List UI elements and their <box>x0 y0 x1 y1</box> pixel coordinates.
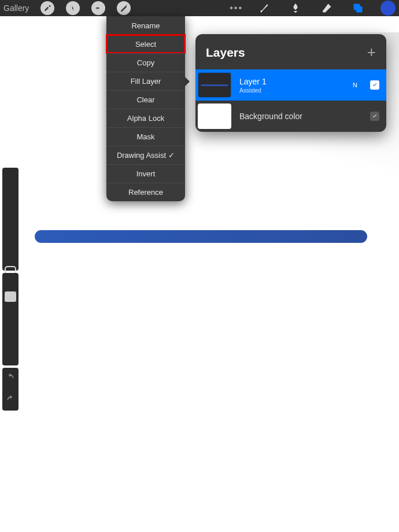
adjustments-icon[interactable] <box>66 1 80 15</box>
layer-visibility-checkbox[interactable] <box>370 80 379 90</box>
layer-name: Background color <box>239 112 362 121</box>
layer-text: Layer 1 Assisted <box>239 77 345 94</box>
undo-redo-bar <box>2 368 19 411</box>
layer-visibility-checkbox[interactable] <box>370 112 379 121</box>
menu-item-mask[interactable]: Mask <box>106 127 185 146</box>
top-toolbar: Gallery ••• <box>0 0 399 16</box>
check-icon: ✓ <box>168 151 175 160</box>
menu-item-fill-layer[interactable]: Fill Layer <box>106 72 185 90</box>
menu-item-alpha-lock[interactable]: Alpha Lock <box>106 109 185 127</box>
menu-label: Copy <box>137 58 154 67</box>
menu-label: Reference <box>128 188 163 197</box>
brush-size-slider[interactable] <box>2 168 19 271</box>
svg-rect-1 <box>356 6 363 13</box>
blend-mode-label[interactable]: N <box>353 82 357 88</box>
layers-header: Layers + <box>195 34 386 69</box>
layers-icon[interactable] <box>350 1 365 16</box>
layer-row[interactable]: Background color <box>195 101 386 132</box>
menu-label: Select <box>135 40 156 49</box>
menu-item-clear[interactable]: Clear <box>106 90 185 109</box>
slider-thumb[interactable] <box>5 291 16 302</box>
menu-item-rename[interactable]: Rename <box>106 16 185 35</box>
opacity-slider[interactable] <box>2 273 19 365</box>
smudge-icon[interactable] <box>288 1 303 16</box>
actions-icon[interactable] <box>40 1 54 15</box>
menu-label: Clear <box>136 95 154 104</box>
redo-icon[interactable] <box>6 394 15 406</box>
menu-label: Rename <box>131 21 160 30</box>
menu-label: Alpha Lock <box>127 114 164 123</box>
menu-item-drawing-assist[interactable]: Drawing Assist✓ <box>106 146 185 164</box>
layer-thumbnail <box>198 104 231 129</box>
layer-context-menu: Rename Select Copy Fill Layer Clear Alph… <box>106 16 185 201</box>
add-layer-button[interactable]: + <box>367 43 376 61</box>
brush-icon[interactable] <box>257 1 272 16</box>
menu-label: Mask <box>136 132 154 141</box>
color-picker-dot[interactable] <box>380 1 396 16</box>
layer-name: Layer 1 <box>239 77 345 86</box>
layer-text: Background color <box>239 112 362 121</box>
menu-item-copy[interactable]: Copy <box>106 53 185 72</box>
undo-icon[interactable] <box>6 372 15 384</box>
menu-label: Fill Layer <box>131 77 161 86</box>
eraser-icon[interactable] <box>319 1 334 16</box>
panel-caret-icon <box>341 34 352 35</box>
drawn-stroke <box>35 230 367 243</box>
layer-row[interactable]: Layer 1 Assisted N <box>195 69 386 101</box>
menu-pointer-icon <box>184 76 190 87</box>
side-slider-bar <box>2 168 19 439</box>
layer-subtitle: Assisted <box>239 87 345 94</box>
menu-label: Invert <box>136 169 156 178</box>
more-icon[interactable]: ••• <box>230 3 243 13</box>
layer-thumbnail <box>198 72 231 98</box>
selection-icon[interactable] <box>91 1 105 15</box>
gallery-button[interactable]: Gallery <box>3 3 29 13</box>
menu-item-invert[interactable]: Invert <box>106 164 185 183</box>
menu-label: Drawing Assist <box>117 151 166 160</box>
menu-item-reference[interactable]: Reference <box>106 183 185 201</box>
transform-icon[interactable] <box>117 1 131 15</box>
menu-item-select[interactable]: Select <box>106 35 185 53</box>
layers-title: Layers <box>206 46 245 60</box>
layers-panel: Layers + Layer 1 Assisted N Background c… <box>195 34 386 132</box>
